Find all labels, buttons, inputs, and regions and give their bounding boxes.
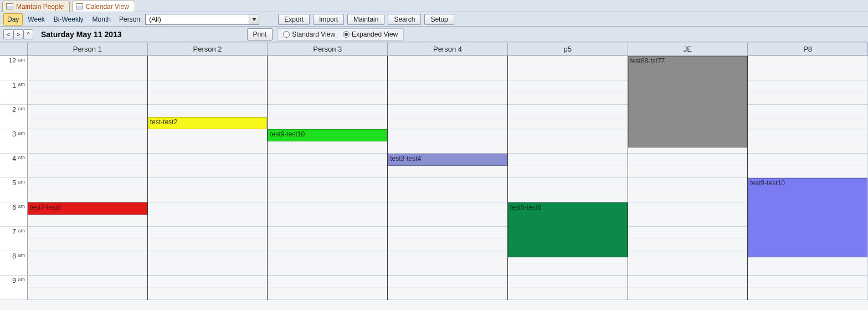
calendar-corner [0,43,28,56]
calendar-event[interactable]: test7-test8 [28,202,147,215]
hour-label: 8am [0,251,28,276]
time-gutter: 12am1am2am3am4am5am6am7am8am9am [0,56,28,300]
person-filter-value: (All) [146,16,249,23]
view-week-button[interactable]: Week [24,13,48,26]
calendar-column[interactable]: test88-tst77 [628,56,748,300]
toolbar-secondary: < > ^ Saturday May 11 2013 Print Standar… [0,27,868,42]
current-date-title: Saturday May 11 2013 [41,30,122,39]
form-icon [76,3,83,9]
hour-label: 2am [0,105,28,129]
calendar-event[interactable]: test5-test6 [508,202,628,257]
calendar-column[interactable]: test-test2 [148,56,268,300]
column-header[interactable]: Person 4 [388,43,508,56]
calendar-event[interactable]: test-test2 [148,117,268,129]
tab-label: Maintain People [16,3,64,11]
hour-label: 5am [0,178,28,202]
up-button[interactable]: ^ [23,29,33,39]
maintain-button[interactable]: Maintain [347,14,384,25]
print-button[interactable]: Print [247,28,273,40]
hour-label: 1am [0,80,28,105]
hour-label: 6am [0,202,28,227]
radio-icon [343,31,350,38]
person-filter-label: Person: [119,16,142,23]
export-button[interactable]: Export [278,14,310,25]
setup-button[interactable]: Setup [424,14,454,25]
radio-icon [283,31,290,38]
calendar-event[interactable]: test9-test10 [268,129,387,141]
view-day-button[interactable]: Day [3,13,23,26]
standard-view-radio[interactable]: Standard View [283,31,335,38]
view-biweekly-button[interactable]: Bi-Weekly [50,13,88,26]
person-filter-select[interactable]: (All) [145,14,259,25]
column-header[interactable]: P8 [748,43,868,56]
next-button[interactable]: > [13,29,23,39]
calendar-event[interactable]: test9-test10 [748,178,867,257]
calendar-column[interactable]: test9-test10 [268,56,388,300]
calendar-event[interactable]: test88-tst77 [628,56,748,148]
column-header[interactable]: Person 1 [28,43,148,56]
prev-button[interactable]: < [3,29,13,39]
calendar-body: 12am1am2am3am4am5am6am7am8am9am test7-te… [0,56,868,300]
calendar-column[interactable]: test3-test4 [388,56,508,300]
view-month-button[interactable]: Month [89,13,115,26]
hour-label: 7am [0,227,28,251]
toolbar-primary: Day Week Bi-Weekly Month Person: (All) E… [0,12,868,27]
column-header[interactable]: Person 3 [268,43,388,56]
hour-label: 12am [0,56,28,80]
view-style-radiogroup: Standard View Expanded View [277,28,404,40]
hour-label: 3am [0,129,28,154]
radio-label: Standard View [292,31,335,38]
form-icon [6,3,13,9]
calendar-event[interactable]: test3-test4 [388,154,507,166]
tab-maintain-people[interactable]: Maintain People [2,1,70,12]
search-button[interactable]: Search [388,14,421,25]
hour-label: 9am [0,276,28,300]
column-header[interactable]: Person 2 [148,43,268,56]
hour-label: 4am [0,154,28,178]
document-tabs: Maintain People Calendar View [0,0,868,12]
chevron-down-icon [249,14,259,24]
import-button[interactable]: Import [313,14,344,25]
calendar-header: Person 1 Person 2 Person 3 Person 4 p5 J… [0,42,868,56]
radio-label: Expanded View [352,31,398,38]
column-header[interactable]: JE [628,43,748,56]
calendar-column[interactable]: test9-test10 [748,56,868,300]
calendar-column[interactable]: test7-test8 [28,56,148,300]
column-header[interactable]: p5 [508,43,628,56]
calendar-column[interactable]: test5-test6 [508,56,628,300]
tab-calendar-view[interactable]: Calendar View [72,1,135,12]
expanded-view-radio[interactable]: Expanded View [343,31,398,38]
tab-label: Calendar View [86,3,129,11]
